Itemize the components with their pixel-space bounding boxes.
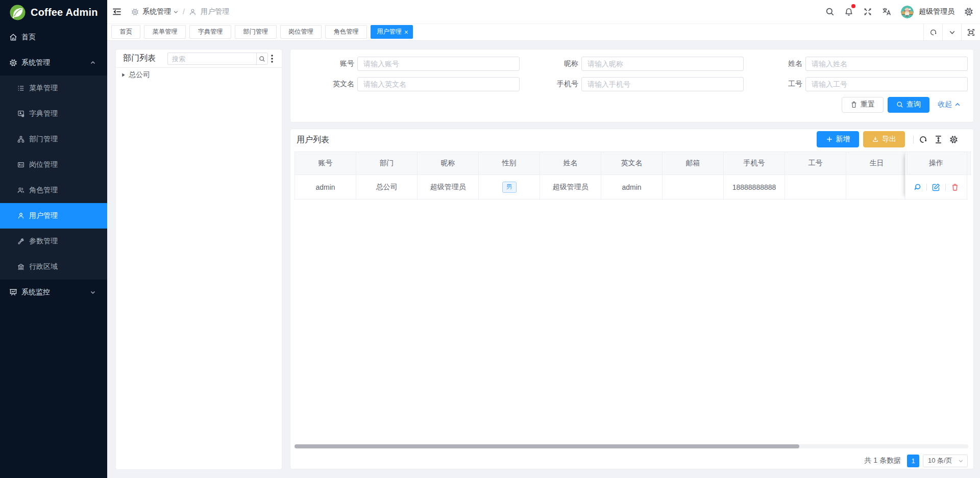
horizontal-scrollbar-thumb[interactable] <box>295 444 799 448</box>
content-maximize-icon[interactable] <box>961 24 980 40</box>
row-action-divider <box>926 184 927 191</box>
tabs: 首页菜单管理字典管理部门管理岗位管理角色管理用户管理 <box>111 26 416 39</box>
tab-岗位管理[interactable]: 岗位管理 <box>280 25 322 39</box>
row-height-icon[interactable] <box>934 135 943 144</box>
department-panel: 部门列表 总公司 <box>115 49 282 470</box>
sidebar-item-菜单管理[interactable]: 菜单管理 <box>0 76 107 101</box>
filter-input-手机号[interactable] <box>581 77 744 91</box>
department-search-input[interactable] <box>167 53 256 65</box>
filter-label: 姓名 <box>760 59 805 68</box>
filter-field-姓名: 姓名 <box>760 57 968 71</box>
filter-input-英文名[interactable] <box>357 77 520 91</box>
pagination-total: 共 1 条数据 <box>864 456 901 465</box>
filter-label: 工号 <box>760 80 805 89</box>
toolbar-divider <box>913 136 914 143</box>
table-row[interactable]: admin总公司超级管理员男超级管理员admin18888888888 <box>295 175 967 199</box>
filter-field-手机号: 手机号 <box>535 77 744 91</box>
sidebar-item-系统管理[interactable]: 系统管理 <box>0 50 107 76</box>
collapse-link[interactable]: 收起 <box>938 100 961 109</box>
chevron-down-icon <box>958 458 964 464</box>
sidebar-item-角色管理[interactable]: 角色管理 <box>0 178 107 203</box>
filter-field-工号: 工号 <box>760 77 968 91</box>
filter-input-昵称[interactable] <box>581 57 744 71</box>
table-cell-手机号: 18888888888 <box>724 175 785 199</box>
tab-菜单管理[interactable]: 菜单管理 <box>144 25 186 39</box>
translate-icon[interactable] <box>882 7 891 16</box>
chevron-down-icon <box>90 289 96 295</box>
column-settings-gear-icon[interactable] <box>949 135 958 144</box>
user-table: 账号部门昵称性别姓名英文名邮箱手机号工号生日 admin总公司超级管理员男超级管… <box>295 152 967 199</box>
sidebar-item-用户管理[interactable]: 用户管理 <box>0 203 107 229</box>
tab-label: 角色管理 <box>334 28 359 36</box>
filter-form-card: 账号昵称姓名英文名手机号工号 重置 查询 收起 <box>290 49 974 122</box>
tab-menu-caret-icon[interactable] <box>942 24 961 40</box>
pagination-page-1[interactable]: 1 <box>907 455 919 467</box>
tab-label: 岗位管理 <box>288 28 313 36</box>
tab-首页[interactable]: 首页 <box>111 25 140 39</box>
tab-label: 字典管理 <box>198 28 223 36</box>
row-edit-icon[interactable] <box>932 183 940 191</box>
settings-gear-icon[interactable] <box>964 7 973 16</box>
export-button[interactable]: 导出 <box>863 131 905 147</box>
search-button[interactable]: 查询 <box>888 97 929 113</box>
sidebar-menu: 首页系统管理菜单管理字典管理部门管理岗位管理角色管理用户管理参数管理行政区域系统… <box>0 24 107 305</box>
sidebar-item-label: 行政区域 <box>29 262 107 271</box>
breadcrumb-separator: / <box>183 8 185 16</box>
sidebar-item-label: 部门管理 <box>29 135 107 144</box>
row-actions <box>913 183 959 191</box>
sidebar-item-参数管理[interactable]: 参数管理 <box>0 229 107 254</box>
sidebar-item-label: 参数管理 <box>29 237 107 246</box>
row-view-icon[interactable] <box>913 183 921 191</box>
sidebar-item-首页[interactable]: 首页 <box>0 24 107 50</box>
table-header-姓名: 姓名 <box>540 152 601 175</box>
breadcrumb-level1[interactable]: 系统管理 <box>142 7 171 16</box>
department-panel-title: 部门列表 <box>123 53 156 64</box>
monitor-icon <box>9 288 17 296</box>
table-header-actions: 操作 <box>905 152 967 175</box>
row-delete-icon[interactable] <box>951 183 959 191</box>
tab-close-icon[interactable] <box>404 30 408 34</box>
sidebar-item-系统监控[interactable]: 系统监控 <box>0 280 107 305</box>
table-header-账号: 账号 <box>295 152 356 175</box>
table-cell-姓名: 超级管理员 <box>540 175 601 199</box>
filter-input-工号[interactable] <box>805 77 968 91</box>
current-user-name[interactable]: 超级管理员 <box>919 7 954 16</box>
notification-dot <box>851 4 855 8</box>
gender-tag: 男 <box>502 182 517 193</box>
filter-label: 英文名 <box>311 80 357 89</box>
table-fixed-actions-column: 操作 <box>905 152 967 199</box>
pagination-page-size-select[interactable]: 10 条/页 <box>923 455 968 467</box>
notification-bell-icon[interactable] <box>844 7 853 16</box>
table-refresh-icon[interactable] <box>919 135 927 144</box>
filter-input-账号[interactable] <box>357 57 520 71</box>
pagination-page-size-value: 10 条/页 <box>928 456 952 465</box>
sidebar-item-部门管理[interactable]: 部门管理 <box>0 127 107 152</box>
tab-角色管理[interactable]: 角色管理 <box>325 25 367 39</box>
tree-node-company[interactable]: 总公司 <box>116 69 282 81</box>
app-logo[interactable]: Coffee Admin <box>0 0 107 24</box>
user-avatar[interactable] <box>901 6 914 18</box>
tab-部门管理[interactable]: 部门管理 <box>235 25 277 39</box>
sidebar-item-行政区域[interactable]: 行政区域 <box>0 254 107 280</box>
tab-字典管理[interactable]: 字典管理 <box>189 25 231 39</box>
table-cell-生日 <box>846 175 908 199</box>
department-kebab-menu-icon[interactable] <box>268 54 276 63</box>
tree-node-label[interactable]: 总公司 <box>129 70 150 80</box>
filter-input-姓名[interactable] <box>805 57 968 71</box>
table-cell-邮箱 <box>663 175 724 199</box>
reset-button[interactable]: 重置 <box>842 97 884 113</box>
breadcrumb-gear-icon <box>131 8 139 16</box>
pagination: 共 1 条数据 1 10 条/页 <box>864 454 968 467</box>
header-search-icon[interactable] <box>825 7 835 16</box>
tab-用户管理[interactable]: 用户管理 <box>371 25 413 39</box>
sidebar-submenu: 菜单管理字典管理部门管理岗位管理角色管理用户管理参数管理行政区域 <box>0 76 107 280</box>
add-button[interactable]: 新增 <box>817 131 859 147</box>
sidebar-fold-icon[interactable] <box>113 8 121 16</box>
table-scrollbar-gutter <box>967 152 971 175</box>
tab-refresh-icon[interactable] <box>923 24 942 40</box>
department-search-button[interactable] <box>256 53 268 65</box>
tree-caret-icon[interactable] <box>121 73 126 77</box>
fullscreen-icon[interactable] <box>863 7 872 16</box>
sidebar-item-岗位管理[interactable]: 岗位管理 <box>0 152 107 178</box>
sidebar-item-字典管理[interactable]: 字典管理 <box>0 101 107 127</box>
